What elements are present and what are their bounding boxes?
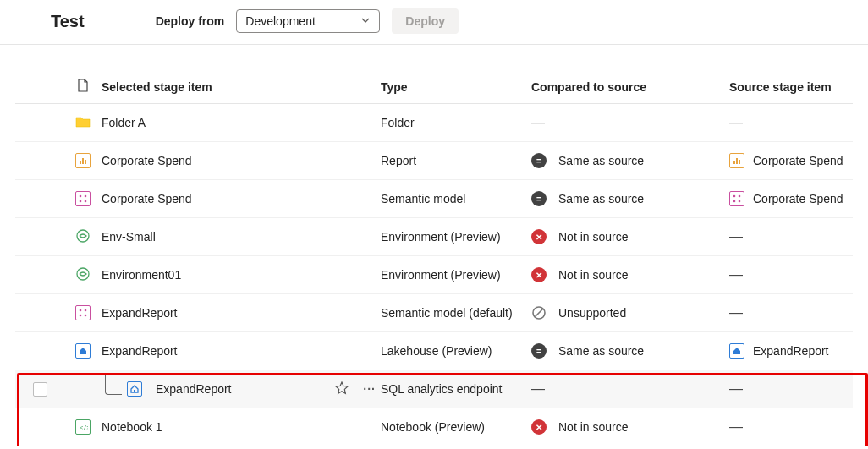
item-name: Environment01 xyxy=(102,268,181,282)
item-type-icon xyxy=(75,266,91,284)
item-type-icon xyxy=(75,228,91,246)
svg-rect-2 xyxy=(85,160,86,164)
tree-connector-icon xyxy=(105,375,122,395)
col-header-type[interactable]: Type xyxy=(381,80,531,94)
compare-text: Same as source xyxy=(558,154,644,167)
col-header-compare[interactable]: Compared to source xyxy=(531,80,729,94)
same-status-icon: = xyxy=(531,191,547,206)
source-item-icon xyxy=(729,153,744,168)
item-type: Environment (Preview) xyxy=(381,268,531,282)
compare-text: Same as source xyxy=(558,344,644,358)
dash-icon: — xyxy=(729,115,743,130)
dash-icon: — xyxy=(531,115,545,130)
item-name: Folder A xyxy=(102,116,146,129)
table-row[interactable]: ExpandReport···SQL analytics endpoint—— xyxy=(15,370,853,408)
table-row[interactable]: ExpandReportLakehouse (Preview)=Same as … xyxy=(15,332,853,370)
page-header: Test Deploy from Development Deploy xyxy=(0,0,868,45)
item-name: Corporate Spend xyxy=(102,154,192,167)
error-status-icon: ✕ xyxy=(531,229,547,244)
stage-items-table: Selected stage item Type Compared to sou… xyxy=(0,45,868,446)
svg-point-9 xyxy=(85,200,87,203)
svg-point-17 xyxy=(85,309,87,312)
svg-point-11 xyxy=(739,195,741,198)
file-icon xyxy=(77,79,89,95)
page-title: Test xyxy=(51,12,85,31)
table-row[interactable]: Corporate SpendSemantic model=Same as so… xyxy=(15,180,853,218)
svg-rect-1 xyxy=(82,158,84,164)
item-type: Semantic model (default) xyxy=(381,306,531,320)
dash-icon: — xyxy=(729,267,743,282)
chevron-down-icon xyxy=(360,14,371,28)
item-type: Lakehouse (Preview) xyxy=(381,344,531,358)
svg-point-12 xyxy=(733,200,736,203)
table-row[interactable]: ExpandReportSemantic model (default)Unsu… xyxy=(15,294,853,332)
deploy-button[interactable]: Deploy xyxy=(392,8,459,34)
item-name: Notebook 1 xyxy=(102,420,162,434)
row-checkbox[interactable] xyxy=(33,382,47,397)
svg-line-21 xyxy=(536,309,543,317)
item-name: ExpandReport xyxy=(102,306,178,320)
svg-point-7 xyxy=(85,195,87,198)
table-row[interactable]: Corporate SpendReport=Same as sourceCorp… xyxy=(15,142,853,180)
svg-rect-3 xyxy=(733,161,735,164)
favorite-star-icon[interactable] xyxy=(334,381,349,398)
svg-text:</>: </> xyxy=(80,424,88,431)
dash-icon: — xyxy=(729,305,743,320)
source-item-icon xyxy=(729,343,744,359)
item-type: SQL analytics endpoint xyxy=(381,382,531,396)
source-item-icon xyxy=(729,191,744,206)
col-header-name[interactable]: Selected stage item xyxy=(102,80,381,94)
compare-text: Not in source xyxy=(558,230,628,244)
svg-rect-0 xyxy=(80,161,81,164)
svg-point-8 xyxy=(80,200,82,203)
item-name: Corporate Spend xyxy=(102,192,192,205)
source-item-name: ExpandReport xyxy=(753,344,829,358)
item-type: Report xyxy=(381,154,531,167)
compare-text: Not in source xyxy=(558,268,628,282)
stage-dropdown-value: Development xyxy=(245,14,316,28)
item-type-icon xyxy=(75,115,91,130)
dash-icon: — xyxy=(729,229,743,244)
stage-dropdown[interactable]: Development xyxy=(236,9,380,33)
item-name: ExpandReport xyxy=(102,344,178,358)
dash-icon: — xyxy=(729,419,743,435)
table-row[interactable]: Folder AFolder—— xyxy=(15,104,853,142)
table-row[interactable]: </>Notebook 1Notebook (Preview)✕Not in s… xyxy=(15,408,853,446)
col-header-source[interactable]: Source stage item xyxy=(729,80,853,94)
item-type-icon: </> xyxy=(75,419,91,435)
compare-text: Not in source xyxy=(558,420,628,434)
compare-text: Unsupported xyxy=(558,306,626,320)
item-type: Folder xyxy=(381,116,531,129)
item-type-icon xyxy=(127,381,142,397)
table-header-row: Selected stage item Type Compared to sou… xyxy=(15,70,853,104)
item-type-icon xyxy=(75,153,91,168)
item-type: Environment (Preview) xyxy=(381,230,531,244)
svg-rect-4 xyxy=(736,158,738,164)
svg-point-6 xyxy=(80,195,82,198)
item-name: ExpandReport xyxy=(156,382,232,396)
svg-point-16 xyxy=(80,309,82,312)
table-row[interactable]: Env-SmallEnvironment (Preview)✕Not in so… xyxy=(15,218,853,256)
table-row[interactable]: Environment01Environment (Preview)✕Not i… xyxy=(15,256,853,294)
svg-point-19 xyxy=(85,315,87,317)
item-type-icon xyxy=(75,191,91,206)
deploy-from-label: Deploy from xyxy=(156,14,225,28)
more-options-button[interactable]: ··· xyxy=(358,382,381,396)
svg-point-10 xyxy=(733,195,736,198)
item-type-icon xyxy=(75,343,91,359)
dash-icon: — xyxy=(729,381,743,397)
error-status-icon: ✕ xyxy=(531,267,547,282)
svg-rect-5 xyxy=(739,160,740,164)
unsupported-status-icon xyxy=(531,305,547,320)
same-status-icon: = xyxy=(531,153,547,168)
item-type: Notebook (Preview) xyxy=(381,420,531,434)
compare-text: Same as source xyxy=(558,192,644,205)
same-status-icon: = xyxy=(531,343,547,359)
svg-point-13 xyxy=(739,200,741,203)
error-status-icon: ✕ xyxy=(531,419,547,435)
source-item-name: Corporate Spend xyxy=(753,154,843,167)
item-type: Semantic model xyxy=(381,192,531,205)
source-item-name: Corporate Spend xyxy=(753,192,843,205)
svg-point-18 xyxy=(80,315,82,317)
item-name: Env-Small xyxy=(102,230,156,244)
